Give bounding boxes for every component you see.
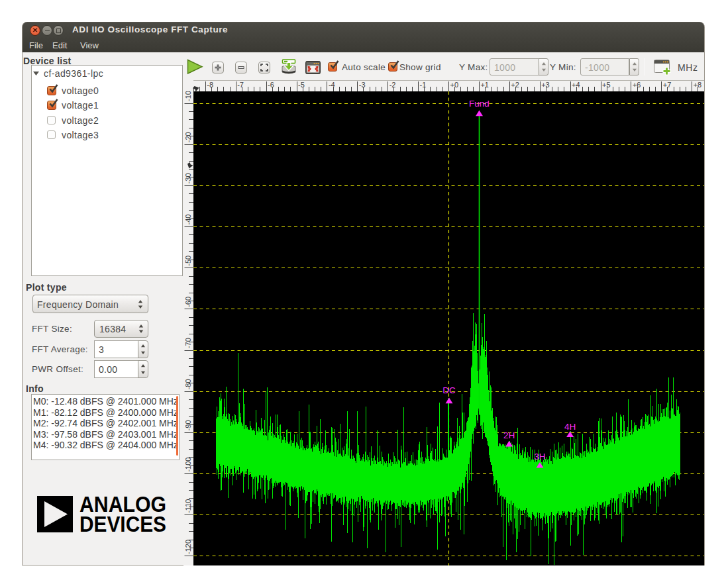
- svg-text:+8: +8: [694, 81, 702, 89]
- svg-text:-50: -50: [184, 256, 192, 266]
- svg-text:4H: 4H: [564, 422, 576, 432]
- svg-text:-20: -20: [184, 132, 192, 142]
- svg-text:-120: -120: [184, 540, 192, 554]
- svg-text:3H: 3H: [534, 452, 545, 462]
- svg-text:-30: -30: [184, 173, 192, 183]
- svg-text:+5: +5: [602, 81, 611, 89]
- svg-text:-8: -8: [207, 81, 213, 89]
- svg-text:-40: -40: [184, 215, 192, 225]
- svg-text:DC: DC: [442, 385, 456, 395]
- svg-text:+0: +0: [450, 81, 459, 89]
- svg-text:+7: +7: [663, 81, 672, 89]
- svg-text:2H: 2H: [503, 430, 515, 440]
- svg-text:-6: -6: [268, 81, 274, 89]
- svg-text:Fund: Fund: [469, 99, 490, 109]
- svg-text:-90: -90: [184, 420, 192, 430]
- svg-text:-100: -100: [184, 458, 192, 472]
- svg-text:+2: +2: [511, 81, 519, 89]
- svg-text:-110: -110: [184, 499, 192, 513]
- svg-text:-10: -10: [184, 91, 192, 101]
- svg-text:-2: -2: [389, 81, 396, 89]
- svg-text:+1: +1: [480, 81, 489, 89]
- svg-text:-80: -80: [184, 379, 192, 389]
- svg-text:DEVICES: DEVICES: [79, 512, 166, 533]
- svg-text:+4: +4: [572, 81, 580, 89]
- svg-text:-7: -7: [237, 81, 244, 89]
- svg-text:-4: -4: [329, 81, 335, 89]
- svg-text:-60: -60: [184, 297, 192, 307]
- svg-text:-3: -3: [359, 81, 366, 89]
- svg-text:-1: -1: [420, 81, 427, 89]
- svg-text:-70: -70: [184, 338, 192, 348]
- svg-text:-5: -5: [298, 81, 305, 89]
- svg-text:+6: +6: [633, 81, 641, 89]
- svg-text:+3: +3: [541, 81, 550, 89]
